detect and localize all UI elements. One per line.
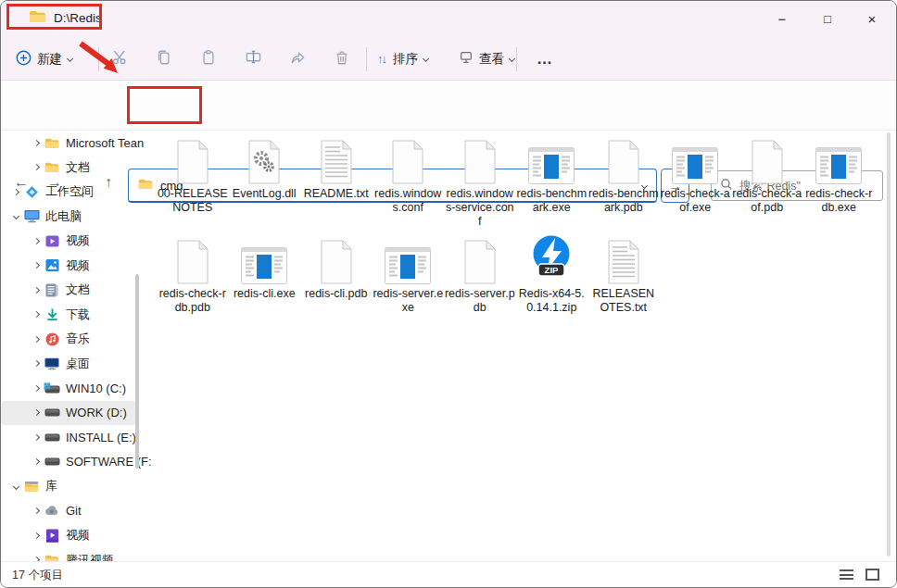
view-button-label: 查看	[479, 51, 504, 68]
sidebar-item-git[interactable]: Git	[1, 499, 151, 524]
downloads-icon	[44, 307, 60, 321]
folder-icon	[29, 9, 46, 27]
file-item-releasenotes-txt[interactable]: RELEASENOTES.txt	[587, 232, 660, 332]
chevron-right-icon[interactable]	[29, 459, 44, 464]
share-button[interactable]	[284, 38, 311, 80]
title-bar: D:\Redis − □ ×	[1, 1, 896, 38]
file-item-redis-server-pdb[interactable]: redis-server.pdb	[444, 232, 516, 332]
file-item-redis-check-aof-exe[interactable]: redis-check-aof.exe	[660, 132, 732, 232]
file-item-redis-check-rdb-pdb[interactable]: redis-check-rdb.pdb	[157, 232, 229, 332]
toolbar-separator	[98, 47, 99, 71]
file-item-redis-windows-service-conf[interactable]: redis.windows-service.conf	[444, 132, 516, 232]
view-button[interactable]: 查看	[459, 38, 514, 80]
documents-icon	[44, 283, 60, 297]
txt-file-icon	[319, 132, 354, 184]
chevron-right-icon[interactable]	[29, 141, 44, 145]
file-name: redis-check-aof.exe	[660, 187, 730, 215]
file-item-redis-cli-exe[interactable]: redis-cli.exe	[229, 232, 301, 332]
sort-button[interactable]: ↑↓ 排序	[377, 38, 428, 80]
sidebar-item-this-pc[interactable]: 此电脑	[1, 205, 151, 230]
maximize-button[interactable]: □	[806, 1, 849, 38]
chevron-right-icon[interactable]	[29, 508, 44, 513]
file-item-redis-check-rdb-exe[interactable]: redis-check-rdb.exe	[803, 132, 876, 232]
videos-icon	[44, 234, 60, 248]
zip-file-icon: ZIP	[530, 232, 573, 284]
file-name: RELEASENOTES.txt	[588, 287, 659, 315]
ellipsis-icon: …	[537, 50, 553, 69]
file-item-redis-benchmark-exe[interactable]: redis-benchmark.exe	[516, 132, 588, 232]
file-item-00-releasenotes[interactable]: 00-RELEASENOTES	[157, 132, 229, 232]
file-item-readme-txt[interactable]: README.txt	[300, 132, 373, 232]
content-scrollbar[interactable]	[887, 132, 891, 557]
drive-win-icon	[44, 382, 60, 394]
sidebar-item-libraries[interactable]: 库	[1, 474, 151, 499]
sidebar-item-win10-c[interactable]: WIN10 (C:)	[1, 376, 151, 401]
sidebar-item-microsoft-teams[interactable]: Microsoft Tean	[1, 131, 151, 156]
chevron-right-icon[interactable]	[29, 361, 44, 366]
file-name: redis-benchmark.exe	[516, 187, 587, 215]
minimize-button[interactable]: −	[761, 1, 803, 38]
paste-button[interactable]	[195, 38, 222, 80]
sidebar-item-pictures[interactable]: 视频	[1, 254, 151, 279]
chevron-right-icon[interactable]	[29, 337, 44, 342]
sidebar-item-software-f[interactable]: SOFTWARE (F:)	[1, 450, 151, 475]
delete-button[interactable]	[328, 38, 356, 80]
chevron-right-icon[interactable]	[29, 410, 44, 415]
sidebar-item-downloads[interactable]: 下载	[1, 303, 151, 328]
share-icon	[289, 48, 307, 69]
sidebar-item-videos-library[interactable]: 视频	[1, 523, 151, 548]
chevron-right-icon[interactable]	[29, 288, 44, 293]
sidebar-item-work-d[interactable]: WORK (D:)	[1, 401, 136, 426]
file-item-redis-windows-conf[interactable]: redis.windows.conf	[373, 132, 445, 232]
exe-file-icon	[385, 232, 431, 284]
address-row: ← → ↑ →	[1, 81, 896, 131]
videos-lib-icon	[44, 529, 60, 543]
sidebar-item-tencent-video[interactable]: 腾讯视频	[1, 548, 151, 562]
sidebar-item-workspace[interactable]: 工作空间	[1, 180, 151, 205]
chevron-right-icon[interactable]	[29, 533, 44, 538]
library-icon	[23, 481, 40, 493]
exe-file-icon	[241, 232, 287, 284]
sidebar-item-label: 音乐	[66, 331, 90, 347]
file-item-redis-cli-pdb[interactable]: redis-cli.pdb	[300, 232, 373, 332]
sidebar-item-desktop[interactable]: 桌面	[1, 352, 151, 377]
sidebar-scrollbar[interactable]	[135, 274, 139, 469]
file-item-eventlog-dll[interactable]: EventLog.dll	[229, 132, 301, 232]
view-icon	[459, 50, 474, 68]
details-view-toggle-icon[interactable]	[840, 569, 853, 580]
cut-button[interactable]	[106, 38, 133, 80]
large-icons-view-toggle-icon[interactable]	[865, 569, 879, 581]
copy-button[interactable]	[150, 38, 178, 80]
sidebar-item-label: 下载	[66, 307, 90, 323]
sidebar-item-label: 视频	[66, 527, 90, 544]
more-options-button[interactable]: …	[537, 38, 553, 80]
rename-button[interactable]	[239, 38, 267, 80]
file-name: redis-server.exe	[373, 287, 443, 315]
sidebar-item-music[interactable]: 音乐	[1, 327, 151, 352]
rename-icon	[245, 48, 262, 69]
sidebar-item-documents-top[interactable]: 文档	[1, 156, 151, 181]
chevron-right-icon[interactable]	[8, 190, 23, 194]
chevron-right-icon[interactable]	[29, 386, 44, 391]
chevron-right-icon[interactable]	[29, 263, 44, 268]
sidebar-item-label: Git	[66, 504, 82, 518]
chevron-right-icon[interactable]	[29, 165, 44, 169]
sidebar-item-documents[interactable]: 文档	[1, 278, 151, 303]
new-button[interactable]: 新建	[16, 38, 72, 80]
file-item-redis-server-exe[interactable]: redis-server.exe	[373, 232, 445, 332]
sidebar-item-install-e[interactable]: INSTALL (E:)	[1, 425, 151, 450]
close-button[interactable]: ×	[851, 1, 893, 38]
paste-icon	[200, 49, 217, 69]
file-item-redis-check-aof-pdb[interactable]: redis-check-aof.pdb	[731, 132, 803, 232]
chevron-right-icon[interactable]	[29, 435, 44, 440]
chevron-down-icon[interactable]	[8, 214, 23, 219]
chevron-down-icon[interactable]	[8, 484, 23, 489]
chevron-right-icon[interactable]	[29, 312, 44, 317]
sidebar-item-label: 腾讯视频	[66, 552, 114, 561]
file-item-redis-benchmark-pdb[interactable]: redis-benchmark.pdb	[587, 132, 660, 232]
sidebar-list: Microsoft Tean文档工作空间此电脑视频视频文档下载音乐桌面WIN10…	[1, 131, 151, 561]
sidebar-item-videos[interactable]: 视频	[1, 229, 151, 254]
file-file-icon	[390, 132, 425, 184]
chevron-right-icon[interactable]	[29, 239, 44, 244]
file-item-redis-zip[interactable]: ZIPRedis-x64-5.0.14.1.zip	[516, 232, 588, 332]
